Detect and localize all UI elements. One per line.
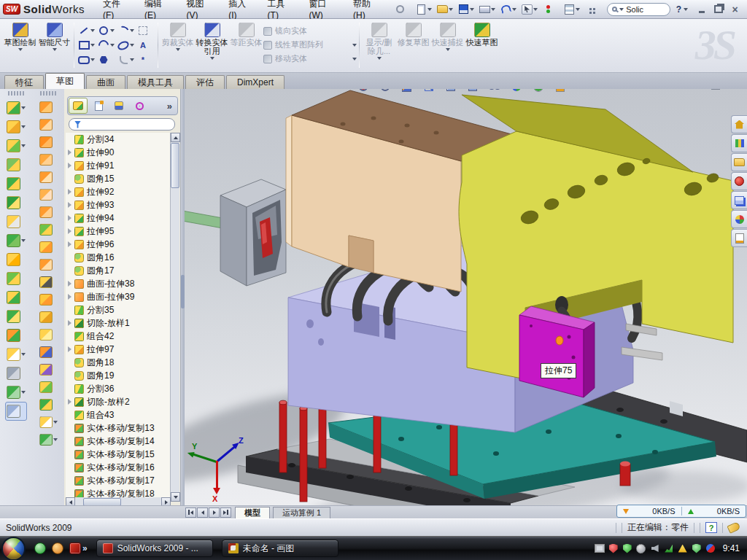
tree-item[interactable]: 实体-移动/复制16 bbox=[66, 461, 171, 474]
command-tab[interactable]: 草图 bbox=[45, 73, 85, 89]
scroll-down-button[interactable] bbox=[171, 492, 180, 502]
parting-line-button[interactable] bbox=[39, 308, 58, 326]
tree-item[interactable]: 拉伸90 bbox=[66, 146, 171, 159]
start-button[interactable] bbox=[3, 538, 24, 559]
sketch-fillet-button[interactable] bbox=[116, 52, 136, 67]
expand-icon[interactable] bbox=[68, 215, 71, 221]
dimxpertmanager-tab[interactable] bbox=[130, 98, 149, 114]
expand-icon[interactable] bbox=[68, 320, 71, 326]
lofted-boss-button[interactable] bbox=[7, 174, 26, 193]
revolved-surface-button[interactable] bbox=[39, 116, 58, 133]
security-alert-icon[interactable] bbox=[608, 543, 619, 553]
tooling-split-button[interactable] bbox=[39, 361, 58, 378]
display-delete-relations-button[interactable]: 显示/删除几... bbox=[362, 21, 396, 60]
tree-item[interactable]: 分割34 bbox=[66, 133, 171, 146]
filled-surface-button[interactable] bbox=[39, 168, 58, 186]
tree-item[interactable]: 实体-移动/复制13 bbox=[66, 421, 171, 435]
tree-item[interactable]: 实体-移动/复制17 bbox=[66, 474, 171, 487]
new-document-button[interactable] bbox=[414, 4, 433, 15]
circle-button[interactable] bbox=[96, 23, 116, 38]
line-button[interactable] bbox=[77, 23, 96, 38]
shell-button[interactable] bbox=[7, 288, 26, 307]
model-slide-block[interactable] bbox=[519, 306, 595, 397]
view-annotations-icon[interactable] bbox=[553, 89, 572, 93]
tree-item[interactable]: 切除-放样1 bbox=[66, 316, 171, 330]
command-tab[interactable]: 曲面 bbox=[86, 75, 125, 89]
previous-tab-button[interactable] bbox=[197, 508, 208, 518]
tree-item[interactable]: 分割36 bbox=[66, 382, 171, 395]
move-entities-button[interactable]: 移动实体 bbox=[263, 52, 357, 66]
extruded-cut-button[interactable] bbox=[7, 117, 26, 136]
expand-icon[interactable] bbox=[68, 228, 71, 234]
search-tab[interactable] bbox=[731, 172, 747, 190]
menu-item[interactable]: 插入(I) bbox=[220, 0, 259, 18]
print-button[interactable] bbox=[478, 4, 497, 15]
ellipse-button[interactable] bbox=[116, 38, 136, 52]
undo-button[interactable] bbox=[499, 4, 518, 15]
model-tab[interactable]: 模型 bbox=[235, 507, 270, 518]
taskbar-clock[interactable]: 9:41 bbox=[723, 543, 740, 553]
expand-icon[interactable] bbox=[68, 346, 71, 352]
status-help-button[interactable]: ? bbox=[705, 522, 717, 533]
hole-wizard-button[interactable] bbox=[7, 212, 26, 231]
messenger-tray-icon[interactable] bbox=[705, 543, 716, 553]
menu-item[interactable]: 视图(V) bbox=[179, 0, 221, 18]
tree-item[interactable]: 拉伸92 bbox=[66, 185, 171, 198]
apply-scene-icon[interactable] bbox=[531, 89, 550, 93]
antivirus-icon[interactable] bbox=[622, 543, 632, 553]
search-input[interactable]: Solic bbox=[607, 3, 670, 16]
trim-entities-button[interactable]: 剪裁实体 bbox=[160, 21, 195, 51]
shut-off-surface-button[interactable] bbox=[39, 343, 58, 361]
tree-item[interactable]: 圆角19 bbox=[66, 369, 171, 382]
expand-icon[interactable] bbox=[68, 294, 71, 300]
restore-button[interactable] bbox=[712, 4, 724, 15]
swept-boss-button[interactable] bbox=[7, 155, 26, 174]
last-tab-button[interactable] bbox=[220, 508, 231, 518]
first-tab-button[interactable] bbox=[185, 508, 196, 518]
boundary-boss-button[interactable] bbox=[7, 193, 26, 212]
parting-surface-button[interactable] bbox=[39, 326, 58, 343]
design-library-tab[interactable] bbox=[731, 134, 747, 152]
curve-button[interactable] bbox=[7, 383, 26, 402]
knit-surface-button[interactable] bbox=[39, 238, 58, 256]
menu-item[interactable]: 工具(T) bbox=[260, 0, 301, 18]
view-settings-icon[interactable] bbox=[422, 89, 441, 93]
move-copy-body-button[interactable] bbox=[7, 326, 26, 345]
panel-overflow-chevron[interactable]: » bbox=[167, 101, 172, 112]
file-explorer-tab[interactable] bbox=[731, 153, 747, 171]
input-method-icon[interactable] bbox=[595, 543, 605, 553]
solidworks-resources-tab[interactable] bbox=[731, 115, 747, 133]
propertymanager-tab[interactable] bbox=[89, 98, 108, 114]
expand-icon[interactable] bbox=[68, 189, 71, 195]
open-button[interactable] bbox=[436, 4, 454, 15]
view-palette-tab[interactable] bbox=[731, 191, 747, 209]
combine-button[interactable] bbox=[7, 307, 26, 326]
tree-item[interactable]: 分割35 bbox=[66, 303, 171, 316]
spline-button[interactable] bbox=[116, 23, 136, 38]
linear-sketch-pattern-button[interactable]: 线性草图阵列 bbox=[263, 38, 357, 52]
instant3d-button[interactable] bbox=[5, 402, 27, 421]
expand-icon[interactable] bbox=[68, 163, 71, 168]
swept-surface-button[interactable] bbox=[39, 98, 58, 116]
model-tab[interactable]: 运动算例 1 bbox=[273, 507, 330, 518]
command-tab[interactable]: 模具工具 bbox=[127, 75, 184, 89]
tree-item[interactable]: 拉伸94 bbox=[66, 211, 171, 225]
mold-curve-button[interactable] bbox=[39, 431, 58, 448]
selection-box-icon[interactable] bbox=[136, 23, 155, 38]
core-button[interactable] bbox=[39, 378, 58, 396]
defender-icon[interactable] bbox=[692, 543, 702, 553]
update-icon[interactable] bbox=[636, 543, 646, 553]
expand-icon[interactable] bbox=[68, 241, 71, 247]
point-button[interactable]: * bbox=[136, 52, 155, 67]
tree-item[interactable]: 圆角15 bbox=[66, 172, 171, 185]
tree-vertical-scrollbar[interactable] bbox=[170, 133, 179, 502]
quick-snaps-button[interactable]: 快速捕捉 bbox=[430, 21, 465, 51]
polygon-button[interactable] bbox=[96, 52, 116, 67]
select-button[interactable] bbox=[520, 4, 539, 15]
repair-sketch-button[interactable]: 修复草图 bbox=[396, 21, 430, 51]
network-speed-widget[interactable]: 0KB/S 0KB/S bbox=[616, 505, 746, 518]
tree-item[interactable]: 组合43 bbox=[66, 408, 171, 421]
featuremanager-tab[interactable] bbox=[69, 98, 88, 114]
command-tab[interactable]: 评估 bbox=[185, 75, 225, 89]
section-view-icon[interactable] bbox=[400, 89, 419, 93]
